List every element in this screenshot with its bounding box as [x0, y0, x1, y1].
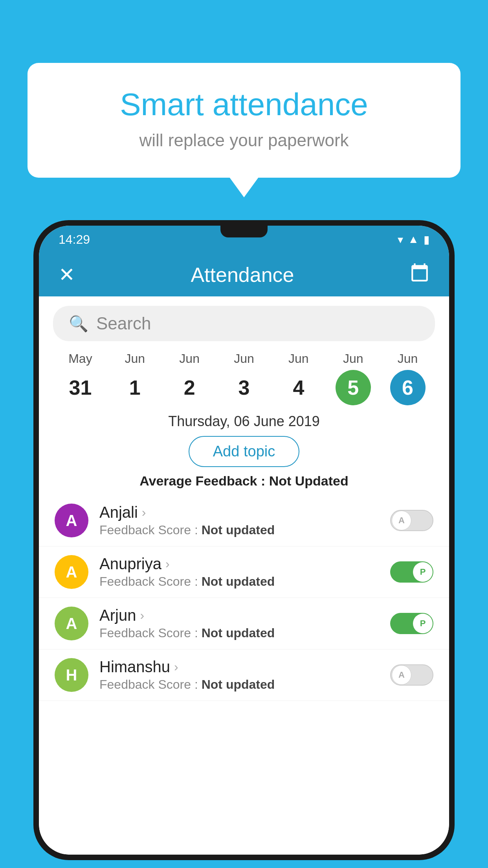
date-column[interactable]: Jun3	[217, 351, 272, 405]
student-name: Anjali ›	[99, 504, 379, 521]
search-bar[interactable]: 🔍 Search	[53, 306, 435, 341]
content-area: 🔍 Search May31Jun1Jun2Jun3Jun4Jun5Jun6 T…	[39, 296, 449, 855]
avatar: A	[55, 555, 88, 589]
phone-screen: 14:29 ▾ ▲ ▮ ✕ Attendance	[39, 226, 449, 855]
search-placeholder: Search	[96, 314, 151, 333]
chevron-icon: ›	[165, 557, 170, 571]
phone-frame: 14:29 ▾ ▲ ▮ ✕ Attendance	[33, 220, 455, 860]
date-column[interactable]: Jun1	[108, 351, 162, 405]
student-item[interactable]: AAnjali ›Feedback Score : Not updatedA	[39, 495, 449, 546]
app-bar-title: Attendance	[191, 263, 294, 287]
attendance-toggle[interactable]: A	[390, 510, 433, 531]
speech-bubble: Smart attendance will replace your paper…	[28, 63, 460, 178]
toggle-thumb: P	[413, 614, 433, 633]
date-scroller: May31Jun1Jun2Jun3Jun4Jun5Jun6	[39, 348, 449, 409]
wifi-icon: ▾	[398, 233, 403, 246]
student-item[interactable]: AArjun ›Feedback Score : Not updatedP	[39, 598, 449, 649]
status-bar: 14:29 ▾ ▲ ▮	[39, 226, 449, 253]
close-button[interactable]: ✕	[59, 263, 75, 286]
status-time: 14:29	[59, 232, 90, 247]
date-column[interactable]: May31	[53, 351, 108, 405]
bubble-title: Smart attendance	[59, 86, 429, 123]
student-info: Arjun ›Feedback Score : Not updated	[99, 607, 379, 640]
attendance-toggle[interactable]: P	[390, 613, 433, 634]
calendar-button[interactable]	[410, 263, 429, 287]
selected-date: Thursday, 06 June 2019	[39, 413, 449, 430]
battery-icon: ▮	[424, 233, 429, 246]
date-column[interactable]: Jun2	[162, 351, 217, 405]
chevron-icon: ›	[174, 660, 178, 674]
student-name: Anupriya ›	[99, 555, 379, 573]
signal-icon: ▲	[408, 233, 419, 246]
date-column[interactable]: Jun4	[271, 351, 326, 405]
feedback-score: Feedback Score : Not updated	[99, 523, 379, 537]
student-name: Himanshu ›	[99, 658, 379, 676]
avatar: A	[55, 504, 88, 537]
student-info: Anjali ›Feedback Score : Not updated	[99, 504, 379, 537]
student-name: Arjun ›	[99, 607, 379, 624]
date-column[interactable]: Jun6	[380, 351, 435, 405]
search-icon: 🔍	[69, 314, 88, 333]
toggle-thumb: A	[392, 665, 411, 685]
feedback-score: Feedback Score : Not updated	[99, 626, 379, 640]
feedback-score: Feedback Score : Not updated	[99, 574, 379, 589]
student-item[interactable]: HHimanshu ›Feedback Score : Not updatedA	[39, 649, 449, 701]
average-feedback: Average Feedback : Not Updated	[39, 473, 449, 489]
phone-inner: 14:29 ▾ ▲ ▮ ✕ Attendance	[39, 226, 449, 855]
attendance-toggle[interactable]: A	[390, 664, 433, 686]
avatar: H	[55, 658, 88, 692]
add-topic-button[interactable]: Add topic	[189, 436, 299, 467]
feedback-score: Feedback Score : Not updated	[99, 677, 379, 692]
date-column[interactable]: Jun5	[326, 351, 380, 405]
toggle-thumb: A	[392, 511, 411, 530]
avatar: A	[55, 607, 88, 640]
chevron-icon: ›	[142, 505, 146, 520]
student-item[interactable]: AAnupriya ›Feedback Score : Not updatedP	[39, 546, 449, 598]
bubble-subtitle: will replace your paperwork	[59, 131, 429, 150]
attendance-toggle[interactable]: P	[390, 561, 433, 583]
toggle-thumb: P	[413, 562, 433, 582]
student-info: Himanshu ›Feedback Score : Not updated	[99, 658, 379, 692]
chevron-icon: ›	[140, 608, 144, 623]
student-info: Anupriya ›Feedback Score : Not updated	[99, 555, 379, 589]
app-bar: ✕ Attendance	[39, 253, 449, 296]
status-icons: ▾ ▲ ▮	[398, 233, 429, 246]
student-list: AAnjali ›Feedback Score : Not updatedAAA…	[39, 495, 449, 855]
